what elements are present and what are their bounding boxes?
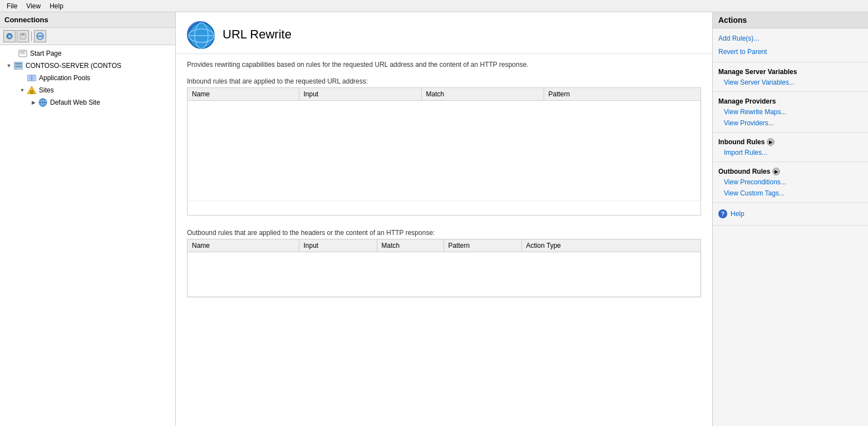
svg-rect-3 <box>21 33 24 36</box>
actions-top-group: Add Rule(s)... Revert to Parent <box>713 28 868 62</box>
manage-server-vars-title: Manage Server Variables <box>713 66 868 77</box>
inbound-scrollbar[interactable]: ◀ ▶ <box>188 215 701 216</box>
start-page-expand <box>9 49 18 58</box>
apppools-icon <box>27 73 37 83</box>
manage-providers-title: Manage Providers <box>713 95 868 106</box>
outbound-section-label: Outbound rules that are applied to the h… <box>176 224 712 239</box>
view-preconditions-link[interactable]: View Preconditions... <box>713 177 868 188</box>
tree-item-sites[interactable]: ▼ Sites <box>0 84 175 96</box>
server-icon <box>13 61 23 71</box>
tree-item-apppools[interactable]: Application Pools <box>0 72 175 84</box>
manage-server-vars-group: Manage Server Variables View Server Vari… <box>713 62 868 92</box>
inbound-rules-title-text: Inbound Rules <box>718 138 765 146</box>
import-rules-link[interactable]: Import Rules... <box>713 147 868 158</box>
outbound-empty-row <box>188 252 701 297</box>
svg-rect-22 <box>30 90 33 94</box>
content-area: URL Rewrite Provides rewriting capabilit… <box>176 12 712 426</box>
menu-bar: File View Help <box>0 0 868 12</box>
toolbar-save-btn[interactable] <box>17 30 29 42</box>
apppools-expand <box>18 74 27 82</box>
help-label: Help <box>731 210 744 218</box>
sidebar-tree: Start Page ▼ CONTOSO-SERVER (CONTOS Appl… <box>0 45 175 426</box>
inbound-rules-title: Inbound Rules ▶ <box>713 136 868 147</box>
inbound-col-input: Input <box>299 88 421 101</box>
help-group: ? Help <box>713 203 868 226</box>
content-body: Provides rewriting capabilities based on… <box>176 54 712 426</box>
menu-help[interactable]: Help <box>45 1 68 11</box>
toolbar-connect-btn[interactable] <box>34 30 46 42</box>
main-layout: Connections ⊕ Start Page <box>0 12 868 426</box>
outbound-col-pattern: Pattern <box>443 239 521 252</box>
inbound-col-pattern: Pattern <box>544 88 701 101</box>
content-description: Provides rewriting capabilities based on… <box>176 54 712 73</box>
toolbar-back-btn[interactable]: ⊕ <box>3 30 16 42</box>
inbound-table-container: Name Input Match Pattern <box>187 87 701 216</box>
tree-item-server[interactable]: ▼ CONTOSO-SERVER (CONTOS <box>0 60 175 72</box>
svg-rect-4 <box>21 37 24 38</box>
server-expand[interactable]: ▼ <box>4 61 13 70</box>
inbound-col-name: Name <box>188 88 299 101</box>
inbound-scroll-area[interactable]: Name Input Match Pattern <box>188 88 701 215</box>
sites-expand[interactable]: ▼ <box>18 86 27 95</box>
menu-file[interactable]: File <box>2 1 22 11</box>
help-link[interactable]: ? Help <box>713 206 868 222</box>
outbound-col-action: Action Type <box>521 239 701 252</box>
start-page-icon <box>18 48 28 58</box>
url-rewrite-icon <box>187 21 214 48</box>
actions-panel: Actions Add Rule(s)... Revert to Parent … <box>712 12 868 426</box>
outbound-rules-arrow[interactable]: ▶ <box>772 168 780 175</box>
outbound-table-container: Name Input Match Pattern Action Type <box>187 239 701 297</box>
inbound-col-match: Match <box>421 88 544 101</box>
outbound-rules-title-text: Outbound Rules <box>718 168 770 175</box>
sidebar-header: Connections <box>0 12 175 28</box>
sidebar: Connections ⊕ Start Page <box>0 12 176 426</box>
sites-label: Sites <box>39 86 54 94</box>
svg-text:⊕: ⊕ <box>8 34 12 39</box>
outbound-table: Name Input Match Pattern Action Type <box>188 239 701 297</box>
view-providers-link[interactable]: View Providers... <box>713 117 868 129</box>
default-site-icon <box>38 97 48 107</box>
sites-icon <box>27 85 37 95</box>
outbound-rules-group: Outbound Rules ▶ View Preconditions... V… <box>713 162 868 203</box>
inbound-table: Name Input Match Pattern <box>188 88 701 201</box>
revert-link[interactable]: Revert to Parent <box>713 45 868 58</box>
apppools-label: Application Pools <box>39 74 90 82</box>
tree-item-default-site[interactable]: ▶ Default Web Site <box>0 96 175 109</box>
default-site-expand[interactable]: ▶ <box>29 98 38 107</box>
actions-header: Actions <box>713 12 868 28</box>
svg-point-16 <box>21 63 22 65</box>
view-rewrite-maps-link[interactable]: View Rewrite Maps... <box>713 106 868 117</box>
view-custom-tags-link[interactable]: View Custom Tags... <box>713 188 868 199</box>
sidebar-toolbar: ⊕ <box>0 28 175 45</box>
outbound-rules-title: Outbound Rules ▶ <box>713 165 868 177</box>
default-site-label: Default Web Site <box>50 99 100 106</box>
menu-view[interactable]: View <box>22 1 45 11</box>
content-header: URL Rewrite <box>176 12 712 54</box>
outbound-col-name: Name <box>188 239 299 252</box>
svg-rect-12 <box>20 53 25 54</box>
view-server-vars-link[interactable]: View Server Variables... <box>713 77 868 88</box>
inbound-rules-arrow[interactable]: ▶ <box>767 138 775 146</box>
inbound-section-label: Inbound rules that are applied to the re… <box>176 73 712 87</box>
add-rules-link[interactable]: Add Rule(s)... <box>713 32 868 45</box>
outbound-col-input: Input <box>299 239 377 252</box>
inbound-rules-group: Inbound Rules ▶ Import Rules... <box>713 133 868 162</box>
svg-rect-11 <box>20 52 24 53</box>
tree-item-start-page[interactable]: Start Page <box>0 47 175 60</box>
manage-providers-group: Manage Providers View Rewrite Maps... Vi… <box>713 92 868 133</box>
help-icon: ? <box>718 209 727 218</box>
inbound-empty-row <box>188 101 701 201</box>
content-title: URL Rewrite <box>223 27 292 42</box>
server-label: CONTOSO-SERVER (CONTOS <box>26 62 121 70</box>
svg-point-17 <box>21 66 22 67</box>
outbound-col-match: Match <box>377 239 443 252</box>
toolbar-sep <box>31 31 32 41</box>
svg-rect-10 <box>20 51 26 52</box>
start-page-label: Start Page <box>30 50 62 57</box>
